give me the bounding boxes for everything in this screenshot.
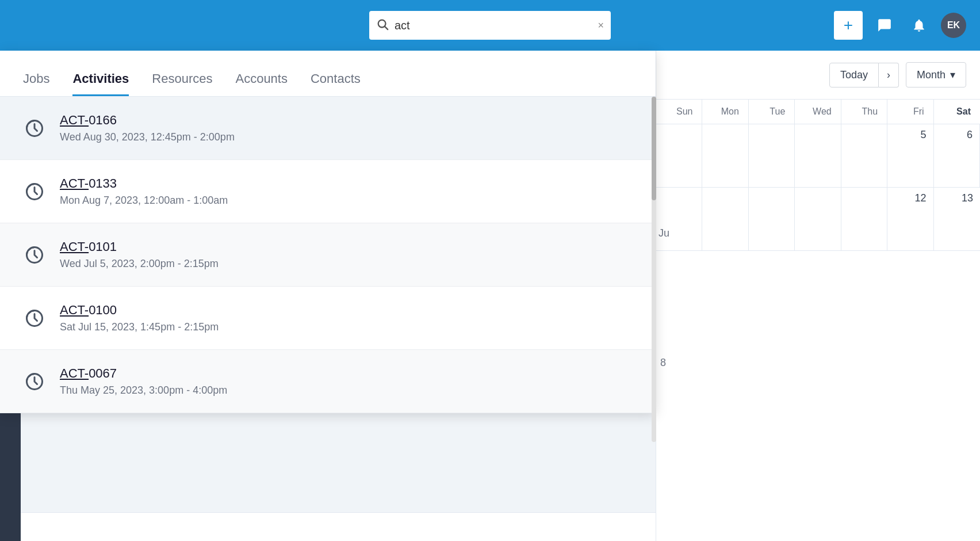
list-item[interactable]: ACT-0100 Sat Jul 15, 2023, 1:45pm - 2:15… bbox=[0, 287, 656, 350]
cal-cell[interactable] bbox=[749, 124, 795, 188]
bottom-bar bbox=[21, 512, 656, 541]
today-button[interactable]: Today bbox=[829, 63, 879, 87]
cal-cell[interactable] bbox=[749, 188, 795, 251]
day-wed: Wed bbox=[795, 100, 841, 124]
tab-accounts[interactable]: Accounts bbox=[235, 71, 288, 96]
cal-cell-6[interactable]: 6 bbox=[934, 124, 980, 188]
calendar-row-label-ju: Ju bbox=[659, 227, 669, 239]
cal-cell-5[interactable]: 5 bbox=[887, 124, 933, 188]
cal-cell[interactable] bbox=[702, 124, 748, 188]
results-list: ACT-0166 Wed Aug 30, 2023, 12:45pm - 2:0… bbox=[0, 97, 656, 413]
activity-clock-icon bbox=[23, 180, 46, 203]
search-container: × bbox=[369, 11, 611, 40]
user-avatar-button[interactable]: EK bbox=[941, 13, 966, 38]
scrollbar-thumb[interactable] bbox=[652, 97, 656, 200]
act-prefix: ACT- bbox=[60, 303, 89, 317]
calendar-body: 5 6 12 13 bbox=[656, 124, 980, 251]
activity-clock-icon bbox=[23, 243, 46, 266]
result-date: Sat Jul 15, 2023, 1:45pm - 2:15pm bbox=[60, 321, 219, 333]
svg-line-1 bbox=[385, 26, 388, 29]
result-content: ACT-0166 Wed Aug 30, 2023, 12:45pm - 2:0… bbox=[60, 113, 235, 143]
scrollbar-track bbox=[652, 97, 656, 442]
cal-cell[interactable] bbox=[841, 188, 887, 251]
calendar-days-header: Sun Mon Tue Wed Thu Fri Sat bbox=[656, 100, 980, 124]
result-title: ACT-0100 bbox=[60, 303, 219, 318]
chat-button[interactable] bbox=[872, 13, 897, 38]
day-sun: Sun bbox=[656, 100, 702, 124]
top-bar: × + EK bbox=[0, 0, 980, 51]
tab-jobs[interactable]: Jobs bbox=[23, 71, 49, 96]
result-title: ACT-0101 bbox=[60, 239, 219, 254]
search-icon bbox=[376, 18, 389, 33]
result-title: ACT-0067 bbox=[60, 366, 227, 381]
result-title: ACT-0133 bbox=[60, 176, 228, 191]
activity-clock-icon bbox=[23, 370, 46, 393]
day-tue: Tue bbox=[749, 100, 795, 124]
day-sat: Sat bbox=[934, 100, 980, 124]
list-item[interactable]: ACT-0166 Wed Aug 30, 2023, 12:45pm - 2:0… bbox=[0, 97, 656, 160]
result-date: Wed Aug 30, 2023, 12:45pm - 2:00pm bbox=[60, 131, 235, 143]
act-prefix: ACT- bbox=[60, 176, 89, 191]
notifications-button[interactable] bbox=[906, 13, 932, 38]
result-date: Thu May 25, 2023, 3:00pm - 4:00pm bbox=[60, 384, 227, 397]
list-item[interactable]: ACT-0067 Thu May 25, 2023, 3:00pm - 4:00… bbox=[0, 350, 656, 413]
month-dropdown-button[interactable]: Month ▾ bbox=[906, 62, 966, 87]
cal-cell[interactable] bbox=[656, 124, 702, 188]
search-dropdown: Jobs Activities Resources Accounts Conta… bbox=[0, 51, 656, 413]
cal-cell-12[interactable]: 12 bbox=[887, 188, 933, 251]
cal-cell[interactable] bbox=[841, 124, 887, 188]
result-content: ACT-0101 Wed Jul 5, 2023, 2:00pm - 2:15p… bbox=[60, 239, 219, 270]
cal-cell[interactable] bbox=[702, 188, 748, 251]
cal-cell-13[interactable]: 13 bbox=[934, 188, 980, 251]
cal-cell[interactable] bbox=[795, 188, 841, 251]
tab-contacts[interactable]: Contacts bbox=[311, 71, 361, 96]
calendar-row-label-8: 8 bbox=[660, 357, 666, 369]
search-clear-button[interactable]: × bbox=[598, 20, 604, 32]
result-title: ACT-0166 bbox=[60, 113, 235, 128]
add-button[interactable]: + bbox=[834, 11, 863, 40]
activity-clock-icon bbox=[23, 117, 46, 140]
act-prefix: ACT- bbox=[60, 239, 89, 254]
list-item[interactable]: ACT-0133 Mon Aug 7, 2023, 12:00am - 1:00… bbox=[0, 160, 656, 223]
day-thu: Thu bbox=[841, 100, 887, 124]
top-bar-actions: + EK bbox=[834, 11, 966, 40]
calendar-grid: Sun Mon Tue Wed Thu Fri Sat 5 6 12 13 bbox=[656, 100, 980, 251]
result-date: Wed Jul 5, 2023, 2:00pm - 2:15pm bbox=[60, 258, 219, 270]
list-item[interactable]: ACT-0101 Wed Jul 5, 2023, 2:00pm - 2:15p… bbox=[0, 223, 656, 287]
cal-cell[interactable] bbox=[656, 188, 702, 251]
search-tabs: Jobs Activities Resources Accounts Conta… bbox=[0, 51, 656, 97]
act-prefix: ACT- bbox=[60, 366, 89, 380]
calendar-background: Today › Month ▾ Sun Mon Tue Wed Thu Fri … bbox=[656, 51, 980, 541]
calendar-header: Today › Month ▾ bbox=[656, 51, 980, 100]
day-mon: Mon bbox=[702, 100, 748, 124]
search-input[interactable] bbox=[395, 19, 592, 32]
tab-activities[interactable]: Activities bbox=[72, 71, 129, 96]
act-prefix: ACT- bbox=[60, 113, 89, 127]
cal-cell[interactable] bbox=[795, 124, 841, 188]
tab-resources[interactable]: Resources bbox=[152, 71, 212, 96]
next-button[interactable]: › bbox=[879, 63, 899, 87]
result-date: Mon Aug 7, 2023, 12:00am - 1:00am bbox=[60, 195, 228, 207]
day-fri: Fri bbox=[887, 100, 933, 124]
activity-clock-icon bbox=[23, 307, 46, 330]
chevron-down-icon: ▾ bbox=[950, 68, 955, 81]
result-content: ACT-0100 Sat Jul 15, 2023, 1:45pm - 2:15… bbox=[60, 303, 219, 333]
result-content: ACT-0067 Thu May 25, 2023, 3:00pm - 4:00… bbox=[60, 366, 227, 397]
result-content: ACT-0133 Mon Aug 7, 2023, 12:00am - 1:00… bbox=[60, 176, 228, 207]
